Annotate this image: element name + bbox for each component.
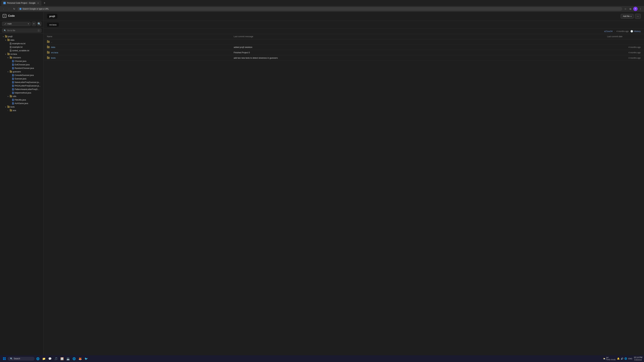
sidebar-item-fileutils-java[interactable]: FileUtils.java bbox=[1, 98, 43, 102]
table-row[interactable]: .. bbox=[44, 39, 644, 44]
sidebar-item-data-folder[interactable]: data bbox=[1, 38, 43, 42]
weather-widget[interactable]: ⛅ 34° Partly cloudy bbox=[603, 357, 616, 361]
taskbar-app-2[interactable]: 💬 bbox=[47, 356, 53, 361]
repo-name[interactable]: proj0 bbox=[47, 14, 57, 18]
sidebar-item-guessers[interactable]: guessers bbox=[1, 70, 43, 73]
user-avatar-btn[interactable]: T bbox=[633, 7, 638, 11]
back-btn[interactable]: ‹ bbox=[1, 7, 6, 11]
sidebar-item-chooser-java[interactable]: Chooser.java bbox=[1, 59, 43, 63]
taskbar-app-7[interactable]: 🦊 bbox=[78, 356, 83, 361]
history-icon: 🕐 bbox=[630, 30, 633, 32]
file-name-link[interactable]: tests bbox=[51, 57, 56, 59]
forward-btn[interactable]: › bbox=[7, 7, 11, 11]
browser-chrome: Personal Code Project - Google ✕ + ‹ › ↻… bbox=[0, 0, 644, 12]
folder-icon bbox=[8, 39, 10, 41]
parent-dir-link: .. bbox=[51, 40, 52, 43]
sidebar-item-sorted-scrabble[interactable]: sorted_scrabble.txt bbox=[1, 49, 43, 52]
taskbar-app-1[interactable]: 📁 bbox=[41, 356, 46, 361]
folder-row-icon bbox=[47, 46, 50, 48]
sidebar: ☰ Code ⎇ main ▾ + 🔍 🔍 Go to file t proj0… bbox=[0, 12, 44, 362]
taskbar-app-5[interactable]: 💻 bbox=[66, 356, 71, 361]
add-file-btn[interactable]: Add file ▾ bbox=[621, 14, 634, 18]
commit-date-cell: 4 months ago bbox=[607, 51, 641, 54]
branch-bar: ⎇ main ▾ + 🔍 bbox=[0, 20, 44, 27]
sidebar-item-label: RandomChooser.java bbox=[14, 67, 42, 69]
taskbar-app-0[interactable]: 🌐 bbox=[35, 356, 40, 361]
java-file-icon bbox=[12, 63, 14, 66]
sidebar-toggle-icon[interactable]: ☰ bbox=[3, 14, 6, 18]
file-name-link[interactable]: data bbox=[51, 46, 55, 48]
history-btn[interactable]: 🕐 History bbox=[630, 30, 641, 32]
volume-icon[interactable]: 🔊 bbox=[621, 357, 623, 360]
start-btn[interactable] bbox=[2, 356, 7, 361]
taskbar-app-6[interactable]: 🌐 bbox=[72, 356, 77, 361]
notification-icon[interactable]: 🔔 bbox=[617, 357, 620, 360]
bookmark-btn[interactable]: ☆ bbox=[623, 7, 628, 11]
tab-close-btn[interactable]: ✕ bbox=[37, 2, 40, 4]
taskbar-app-8[interactable]: 🐦 bbox=[84, 356, 89, 361]
file-table: Name Last commit message Last commit dat… bbox=[44, 34, 644, 362]
java-file-icon bbox=[12, 81, 14, 83]
sidebar-item-example[interactable]: example.txt bbox=[1, 45, 43, 49]
sidebar-item-label: PatternAwareLetterFreqG... bbox=[14, 88, 42, 90]
sidebar-item-label: EvilChooser.java bbox=[14, 63, 42, 66]
sidebar-item-aoagame-java[interactable]: AoAGame.java bbox=[1, 102, 43, 105]
sidebar-item-tests-folder[interactable]: tests bbox=[1, 105, 43, 109]
branch-selector[interactable]: ⎇ main ▾ bbox=[2, 22, 31, 26]
new-tab-btn[interactable]: + bbox=[42, 1, 47, 5]
search-placeholder: Go to file bbox=[7, 29, 15, 32]
table-row[interactable]: src/aoaFinished Project 04 months ago bbox=[44, 50, 644, 55]
sidebar-item-aoa-folder[interactable]: aoa bbox=[1, 109, 43, 112]
chevron-icon bbox=[2, 35, 4, 38]
chevron-icon bbox=[4, 39, 7, 41]
commit-message-cell: Finished Project 0 bbox=[234, 51, 607, 54]
sidebar-item-helpermethod-java[interactable]: helpermethod.java bbox=[1, 91, 43, 94]
sidebar-item-evilchooser-java[interactable]: EvilChooser.java bbox=[1, 63, 43, 66]
sidebar-item-guesser-java[interactable]: Guesser.java bbox=[1, 77, 43, 80]
extensions-btn[interactable]: ⧉ bbox=[628, 7, 632, 11]
sidebar-item-src-aoa[interactable]: src/aoa bbox=[1, 52, 43, 56]
breadcrumb-path[interactable]: src/aoa bbox=[47, 23, 59, 27]
file-name-link[interactable]: src/aoa bbox=[51, 51, 58, 54]
active-tab[interactable]: Personal Code Project - Google ✕ bbox=[1, 0, 42, 6]
search-file-btn[interactable]: 🔍 bbox=[37, 22, 42, 26]
sidebar-item-label: example-ea.txt bbox=[12, 42, 42, 45]
table-row[interactable]: dataadded proj0 skeleton4 months ago bbox=[44, 44, 644, 50]
sidebar-item-proj0[interactable]: proj0 bbox=[1, 35, 43, 38]
sidebar-item-label: src/aoa bbox=[10, 53, 42, 55]
sidebar-item-label: Guesser.java bbox=[14, 78, 42, 80]
network-icon[interactable]: 🌐 bbox=[624, 357, 627, 360]
sidebar-item-naiveletterfreq-java[interactable]: NaiveLetterFreqGuesser.ja... bbox=[1, 81, 43, 84]
taskbar-app-4[interactable]: 🪟 bbox=[59, 356, 65, 361]
commit-date-cell: 4 months ago bbox=[607, 57, 641, 59]
sidebar-item-pagaletterfreq-java[interactable]: PAGALetterFreqGuesser.ja... bbox=[1, 84, 43, 87]
sidebar-item-randomchooser-java[interactable]: RandomChooser.java bbox=[1, 66, 43, 70]
search-input[interactable]: 🔍 Go to file t bbox=[2, 28, 42, 32]
address-bar[interactable]: Search Google or type a URL bbox=[18, 7, 622, 11]
sidebar-tree: proj0data example-ea.txt example.txt sor… bbox=[0, 34, 44, 362]
folder-icon bbox=[8, 106, 10, 108]
sidebar-item-utils[interactable]: utils bbox=[1, 95, 43, 98]
sidebar-item-choosers[interactable]: choosers bbox=[1, 56, 43, 59]
sidebar-item-example-ea[interactable]: example-ea.txt bbox=[1, 42, 43, 45]
browser-menu-btn[interactable]: ⋮ bbox=[638, 7, 643, 11]
repo-header-left: proj0 bbox=[47, 14, 57, 18]
branch-chevron-icon: ▾ bbox=[28, 23, 29, 25]
txt-file-icon bbox=[10, 49, 12, 52]
new-branch-btn[interactable]: + bbox=[32, 22, 36, 26]
sidebar-item-label: Chooser.java bbox=[14, 60, 42, 62]
time-display[interactable]: 10:14 PM 5/30/2023 bbox=[634, 356, 642, 361]
weather-temp: 34° bbox=[606, 357, 616, 359]
keyboard-layout[interactable]: ENG bbox=[628, 358, 632, 360]
more-options-btn[interactable]: ··· bbox=[635, 14, 641, 19]
taskbar-app-3[interactable]: 🎵 bbox=[53, 356, 59, 361]
repo-header: proj0 Add file ▾ ··· bbox=[44, 12, 644, 21]
table-row[interactable]: testsadd two new tests to detect slownes… bbox=[44, 55, 644, 61]
chevron-icon bbox=[7, 109, 9, 112]
folder-row-icon bbox=[47, 41, 50, 43]
sidebar-item-label: proj0 bbox=[8, 35, 42, 38]
refresh-btn[interactable]: ↻ bbox=[12, 7, 16, 11]
sidebar-item-patternawareletterfreq-java[interactable]: PatternAwareLetterFreqG... bbox=[1, 88, 43, 91]
taskbar-search[interactable]: 🔍 Search bbox=[8, 357, 34, 361]
sidebar-item-consoleguesser-java[interactable]: ConsoleGuesser.java bbox=[1, 73, 43, 77]
